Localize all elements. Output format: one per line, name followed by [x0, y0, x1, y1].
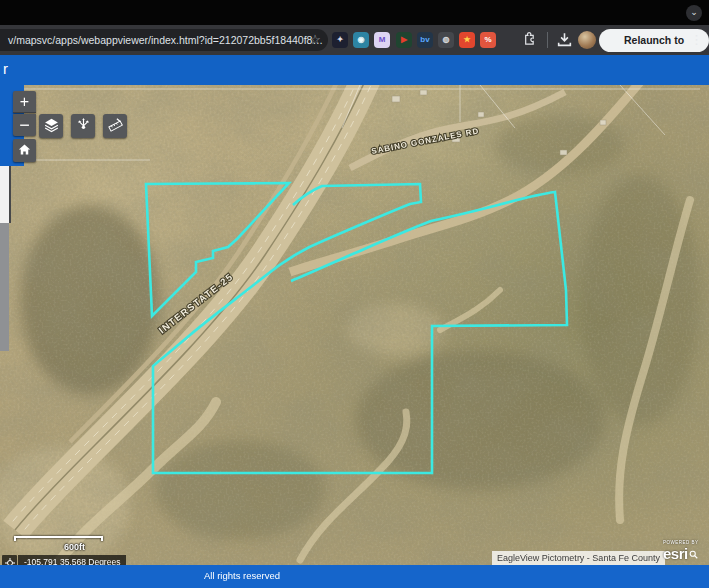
side-panel-sliver-white[interactable] [0, 166, 11, 223]
share-button[interactable] [71, 114, 95, 138]
zoom-out-button[interactable]: − [13, 114, 36, 136]
measurement-icon [107, 116, 124, 133]
extension-icon-6[interactable]: ◍ [438, 32, 454, 48]
extension-icon-3[interactable]: M [374, 32, 390, 48]
esri-logo-block: POWERED BYesri [663, 540, 699, 563]
scale-bar-label: 600ft [64, 542, 85, 552]
share-icon [75, 116, 92, 133]
webapp-header: r [0, 55, 709, 85]
zoom-in-button[interactable]: + [13, 91, 36, 113]
home-icon [17, 142, 32, 157]
map-canvas[interactable]: INTERSTATE-25 SABINO GONZALES RD + − [0, 85, 709, 565]
extension-icon-7[interactable]: ★ [459, 32, 475, 48]
download-icon[interactable] [556, 31, 573, 48]
page-footer: All rights reserved [0, 565, 709, 588]
measurement-button[interactable] [103, 114, 127, 138]
aerial-imagery: INTERSTATE-25 SABINO GONZALES RD [0, 85, 709, 565]
rights-reserved-text: All rights reserved [204, 570, 280, 581]
address-bar[interactable]: v/mapsvc/apps/webappviewer/index.html?id… [0, 29, 328, 51]
toolbar-separator [547, 32, 548, 48]
map-attribution: EagleView Pictometry - Santa Fe County [492, 551, 665, 565]
extension-icon-5[interactable]: bv [417, 32, 433, 48]
chevron-down-icon[interactable]: ⌄ [686, 5, 702, 21]
scale-bar [14, 536, 103, 541]
bookmark-star-icon[interactable]: ☆ [305, 29, 325, 51]
extension-icon-1[interactable]: ✦ [332, 32, 348, 48]
home-extent-button[interactable] [13, 139, 36, 162]
browser-menu-icon[interactable]: ⋮ [690, 31, 703, 49]
extension-icon-8[interactable]: % [480, 32, 496, 48]
esri-magnifier-icon [689, 550, 698, 559]
profile-avatar[interactable] [578, 31, 596, 49]
side-panel-sliver-gray[interactable] [0, 223, 9, 351]
extensions-puzzle-icon[interactable] [521, 31, 536, 48]
terrain [0, 85, 709, 565]
browser-window: ⌄ v/mapsvc/apps/webappviewer/index.html?… [0, 0, 709, 588]
app-title-fragment: r [3, 60, 8, 77]
layer-list-button[interactable] [39, 114, 63, 138]
extension-icon-2[interactable]: ◉ [353, 32, 369, 48]
browser-toolbar: v/mapsvc/apps/webappviewer/index.html?id… [0, 25, 709, 55]
extension-icon-4[interactable]: ▶ [396, 32, 412, 48]
window-titlebar: ⌄ [0, 0, 709, 25]
layers-icon [43, 116, 60, 133]
esri-logo: esri [663, 546, 688, 561]
